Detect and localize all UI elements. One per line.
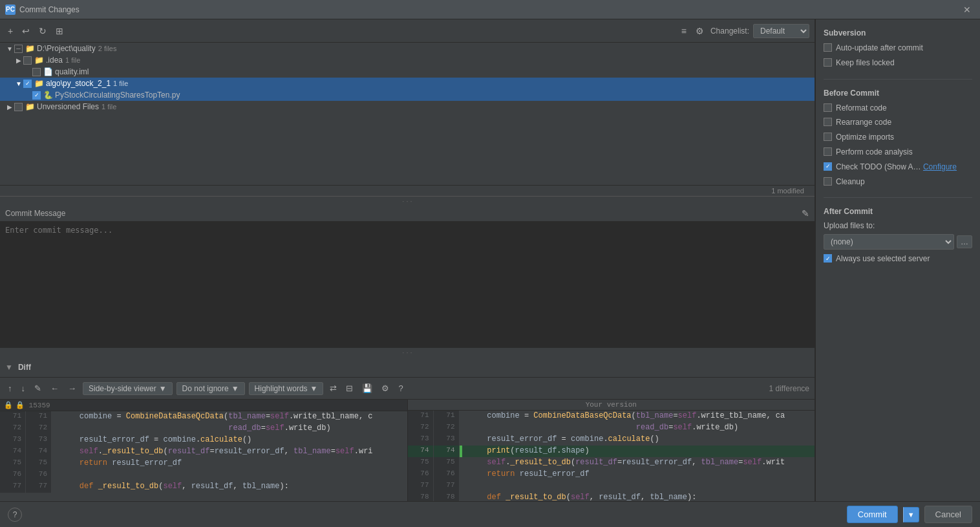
commit-message-label: Commit Message: [5, 209, 65, 218]
upload-label: Upload files to:: [824, 221, 972, 230]
commit-button[interactable]: Commit: [847, 506, 898, 523]
highlight-select-label: Highlight words: [255, 384, 308, 393]
right-panel: Subversion Auto-update after commit Keep…: [815, 19, 980, 501]
modified-count-row: 1 modified: [0, 185, 815, 196]
help-button[interactable]: ?: [8, 508, 22, 522]
tree-item-unversioned[interactable]: ▶ 📁 Unversioned Files 1 file: [0, 101, 815, 113]
tree-item-root[interactable]: ▼ ─ 📁 D:\Project\quality 2 files: [0, 43, 815, 54]
tree-item-root-count: 2 files: [98, 45, 117, 52]
tree-checkbox-root[interactable]: ─: [14, 45, 23, 53]
diff-down-btn[interactable]: ↓: [19, 382, 28, 394]
ignore-select[interactable]: Do not ignore ▼: [176, 382, 245, 395]
diff-left-lines[interactable]: 71 71 combine = CombineDataBaseQcData(tb…: [0, 411, 407, 501]
tree-item-iml-label: quality.iml: [55, 67, 89, 76]
tree-checkbox-idea[interactable]: [23, 56, 32, 65]
diff-line: 75 75 return result_error_df: [0, 458, 407, 469]
keep-files-checkbox[interactable]: [824, 58, 832, 67]
diff-help-btn[interactable]: ?: [396, 382, 405, 394]
commit-message-textarea[interactable]: [0, 222, 815, 347]
reformat-checkbox[interactable]: [824, 103, 832, 112]
changelist-select[interactable]: Default: [753, 24, 809, 38]
diff-settings-btn[interactable]: ⚙: [379, 382, 392, 394]
tree-checkbox-iml[interactable]: [32, 68, 41, 76]
perform-checkbox[interactable]: [824, 147, 832, 156]
line-num2: 76: [434, 469, 460, 480]
diff-line: 76 76: [0, 469, 407, 481]
line-num: 72: [0, 423, 26, 435]
auto-update-checkbox[interactable]: [824, 43, 832, 52]
add-button[interactable]: +: [5, 24, 16, 38]
diff-side-btn[interactable]: ⊟: [343, 382, 356, 394]
line-num: 71: [408, 411, 434, 422]
tree-item-idea[interactable]: ▶ 📁 .idea 1 file: [0, 54, 815, 66]
tree-checkbox-algo[interactable]: ✓: [23, 80, 32, 88]
tree-checkbox-py[interactable]: ✓: [32, 91, 41, 100]
commit-message-edit-btn[interactable]: ✎: [802, 208, 809, 219]
drag-handle-2[interactable]: · · ·: [0, 348, 815, 357]
folder-icon: 📁: [25, 44, 35, 53]
perform-label: Perform code analysis: [836, 147, 913, 158]
optimize-label: Optimize imports: [836, 132, 894, 143]
left-panel: + ↩ ↻ ⊞ ≡ ⚙ Changelist: Default ▼ ─: [0, 19, 815, 501]
diff-right-lines[interactable]: 71 71 combine = CombineDataBaseQcData(tb…: [408, 411, 815, 501]
diff-save-btn[interactable]: 💾: [359, 382, 375, 394]
cancel-button[interactable]: Cancel: [924, 506, 972, 523]
configure-link[interactable]: Configure: [923, 162, 957, 171]
upload-select[interactable]: (none): [824, 234, 954, 250]
line-code-changed: print(result_df.shape): [463, 446, 815, 457]
folder-icon-algo: 📁: [34, 79, 44, 88]
reformat-row: Reformat code: [824, 103, 972, 114]
tree-item-algo[interactable]: ▼ ✓ 📁 algo\py_stock_2_1 1 file: [0, 78, 815, 89]
line-num2: 71: [26, 411, 52, 423]
line-num: 71: [0, 411, 26, 423]
diff-next-btn[interactable]: →: [65, 382, 79, 394]
redo-button[interactable]: ↻: [36, 24, 49, 38]
diff-up-btn[interactable]: ↑: [5, 382, 15, 394]
always-use-label: Always use selected server: [836, 253, 930, 264]
your-version-label: Your version: [586, 401, 637, 409]
check-todo-checkbox[interactable]: ✓: [824, 162, 832, 171]
diff-prev-btn[interactable]: ←: [48, 382, 61, 394]
tree-checkbox-unversioned[interactable]: [14, 103, 23, 111]
drag-handle-1[interactable]: · · ·: [0, 197, 815, 206]
optimize-checkbox[interactable]: [824, 133, 832, 141]
line-code: read_db=self.write_db): [463, 422, 815, 434]
line-num2: 74: [434, 446, 460, 457]
optimize-row: Optimize imports: [824, 132, 972, 143]
divider-2: [824, 197, 972, 198]
tree-item-idea-count: 1 file: [65, 56, 80, 64]
undo-button[interactable]: ↩: [19, 24, 32, 38]
tree-item-root-label: D:\Project\quality: [37, 44, 96, 53]
diff-sync-btn[interactable]: ⇄: [327, 382, 339, 394]
green-marker: [52, 446, 54, 458]
commit-arrow-button[interactable]: ▼: [903, 507, 919, 522]
green-marker: [460, 422, 462, 434]
highlight-select[interactable]: Highlight words ▼: [249, 382, 324, 395]
modified-count: 1 modified: [771, 187, 809, 195]
upload-settings-btn[interactable]: …: [957, 235, 972, 248]
always-use-row: ✓ Always use selected server: [824, 253, 972, 264]
ignore-chevron-icon: ▼: [231, 384, 239, 393]
tree-item-py[interactable]: ✓ 🐍 PyStockCirculatingSharesTopTen.py: [0, 89, 815, 101]
before-commit-title: Before Commit: [824, 89, 972, 98]
diff-edit-btn[interactable]: ✎: [32, 382, 44, 394]
viewer-select[interactable]: Side-by-side viewer ▼: [83, 382, 173, 395]
line-code: combine = CombineDataBaseQcData(tbl_name…: [463, 411, 815, 422]
rearrange-checkbox[interactable]: [824, 118, 832, 126]
check-todo-row: ✓ Check TODO (Show A… Configure: [824, 162, 972, 173]
group-button[interactable]: ⊞: [53, 24, 66, 38]
line-code: return result_error_df: [463, 469, 815, 480]
tree-item-iml[interactable]: 📄 quality.iml: [0, 66, 815, 78]
cleanup-row: Cleanup: [824, 177, 972, 188]
sort-button[interactable]: ≡: [679, 25, 689, 38]
perform-row: Perform code analysis: [824, 147, 972, 158]
line-num: 73: [0, 435, 26, 446]
cleanup-label: Cleanup: [836, 177, 865, 188]
line-num2: 77: [434, 480, 460, 492]
cleanup-checkbox[interactable]: [824, 177, 832, 186]
close-button[interactable]: ✕: [959, 3, 975, 16]
diff-line: 71 71 combine = CombineDataBaseQcData(tb…: [408, 411, 815, 422]
always-use-checkbox[interactable]: ✓: [824, 254, 832, 263]
settings-button[interactable]: ⚙: [693, 25, 707, 38]
diff-line: 72 72 read_db=self.write_db): [0, 423, 407, 435]
